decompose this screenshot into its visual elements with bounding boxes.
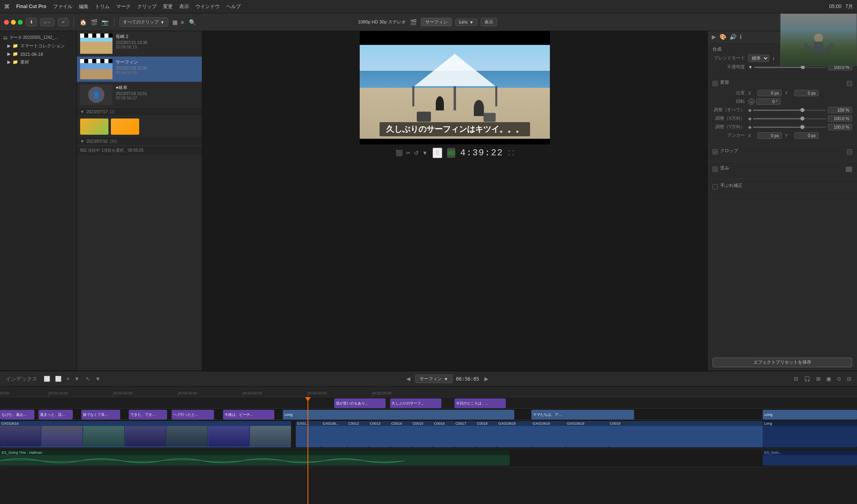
- color-props-icon[interactable]: 🎨: [719, 34, 726, 40]
- scale-y-slider[interactable]: [753, 127, 826, 128]
- list-view-icon[interactable]: ≡: [180, 18, 185, 26]
- check-btn[interactable]: ✓: [58, 18, 69, 26]
- vc-long-end[interactable]: Long: [763, 421, 857, 447]
- scale-x-value[interactable]: 100.0 %: [828, 115, 852, 122]
- tl-prev-icon[interactable]: ◀: [405, 375, 412, 383]
- maximize-btn[interactable]: [18, 20, 23, 25]
- sub-2[interactable]: 旅でなくて良...: [81, 410, 120, 419]
- tl-headphones-icon[interactable]: 🎧: [802, 375, 812, 383]
- library-item-2021[interactable]: ▶ 📁 2021-06-18: [0, 50, 76, 58]
- audio-props-icon[interactable]: 🔊: [730, 34, 736, 40]
- clip-item-gifu[interactable]: 👤 ●岐阜 2023/07/18 15:51 00:06:56:07: [77, 82, 202, 108]
- tl-color-icon[interactable]: ▣: [825, 375, 833, 383]
- tl-end-icon[interactable]: ⊟: [845, 375, 853, 383]
- info-props-icon[interactable]: ℹ: [740, 34, 742, 40]
- tl-snap-icon[interactable]: ⊟: [792, 375, 800, 383]
- library-item-smart[interactable]: ▶ 📁 スマートコレクション: [0, 42, 76, 50]
- thumb-0717-1[interactable]: [80, 119, 108, 135]
- vc-gx010618a[interactable]: GX010618: [497, 421, 531, 447]
- sub-long[interactable]: Long: [283, 410, 514, 419]
- clip-item-surfing[interactable]: サーフィン 2023/07/18 15:36 00:06:56:05: [77, 57, 202, 82]
- thumb-0717-2[interactable]: [111, 119, 139, 135]
- in-point-icon[interactable]: ⬛: [396, 150, 403, 156]
- zoom-control[interactable]: 54% ▼: [455, 19, 477, 26]
- crop-checkbox[interactable]: [713, 149, 718, 155]
- vc-c0013[interactable]: C0013: [369, 421, 390, 447]
- distort-checkbox[interactable]: [713, 167, 718, 172]
- lib-icon-3[interactable]: 📷: [101, 18, 109, 26]
- vc-c0012[interactable]: C0012: [347, 421, 369, 447]
- vc-gx010616[interactable]: GX010616: [0, 421, 291, 447]
- audio-clip-main[interactable]: ES_Doing This - Hallman: [0, 450, 510, 466]
- menu-trim[interactable]: トリム: [95, 3, 110, 10]
- opacity-slider[interactable]: [754, 67, 826, 68]
- vc-gx010618b[interactable]: GX010618: [531, 421, 566, 447]
- chevron-down-transport[interactable]: ▼: [422, 150, 428, 156]
- sub-clip-warai[interactable]: 混が笑いのもあり...: [334, 398, 386, 408]
- menu-edit[interactable]: 編集: [79, 3, 89, 10]
- rotation-value[interactable]: 0 °: [756, 98, 781, 105]
- grid-view-icon[interactable]: ▦: [172, 18, 178, 26]
- trim-icon[interactable]: ✂: [406, 150, 411, 156]
- stabilize-checkbox[interactable]: [713, 184, 718, 189]
- import-btn[interactable]: ⬇: [26, 18, 37, 26]
- sub-0[interactable]: なげた、最止...: [0, 410, 34, 419]
- select-chevron-icon[interactable]: ▼: [93, 375, 102, 383]
- lib-icon-2[interactable]: 🎬: [90, 18, 98, 26]
- vc-c0014[interactable]: C0014: [390, 421, 412, 447]
- sub-long2[interactable]: Long: [763, 410, 857, 419]
- play-pause-btn[interactable]: ⏸: [433, 148, 442, 158]
- save-preset-btn[interactable]: エフェクトプリセットを保存: [713, 358, 852, 367]
- sub-5[interactable]: 今後は、ビーチ...: [223, 410, 274, 419]
- audio-clip-end[interactable]: ES_Doin...: [763, 450, 857, 466]
- sub-1[interactable]: 逃きっと、設...: [38, 410, 73, 419]
- vc-c0018[interactable]: C0018: [475, 421, 497, 447]
- scale-x-slider[interactable]: [753, 118, 826, 119]
- menu-clip[interactable]: クリップ: [137, 3, 157, 10]
- vc-gx0106-sm[interactable]: GX0106...: [321, 421, 347, 447]
- tl-split-icon[interactable]: ⊠: [815, 375, 822, 383]
- transform-reset-btn[interactable]: [847, 81, 852, 86]
- view-btn[interactable]: 表示: [481, 18, 497, 26]
- playhead[interactable]: [308, 397, 308, 504]
- video-props-icon[interactable]: ▶: [712, 34, 716, 40]
- library-item-sozai[interactable]: ▶ 📁 素材: [0, 58, 76, 66]
- sub-3[interactable]: できた、でき...: [129, 410, 167, 419]
- clip-filter-btn[interactable]: すべてのクリップ ▼: [119, 17, 168, 27]
- crop-reset-btn[interactable]: [847, 149, 852, 155]
- tl-chevron-icon[interactable]: ▼: [73, 375, 81, 383]
- menu-help[interactable]: ヘルプ: [226, 3, 241, 10]
- vc-gx010619[interactable]: GX010619: [566, 421, 609, 447]
- tl-tool-2[interactable]: ⬜: [53, 375, 63, 383]
- sub-clip-kyou[interactable]: 今日のところは、...: [454, 398, 506, 408]
- menu-view[interactable]: 表示: [179, 3, 189, 10]
- sub-4[interactable]: ヘグ行ったと...: [172, 410, 214, 419]
- index-label[interactable]: インデックス: [4, 375, 39, 383]
- position-y-value[interactable]: 0 px: [794, 90, 819, 96]
- app-name[interactable]: Final Cut Pro: [16, 4, 47, 9]
- menu-mark[interactable]: マーク: [116, 3, 131, 10]
- scale-y-value[interactable]: 100.0 %: [828, 124, 852, 130]
- menu-change[interactable]: 変更: [163, 3, 173, 10]
- vc-gx01-sm1[interactable]: GX01...: [296, 421, 322, 447]
- vc-c0019[interactable]: C0019: [609, 421, 763, 447]
- tl-next-icon[interactable]: ▶: [483, 375, 490, 383]
- menu-window[interactable]: ウインドウ: [195, 3, 220, 10]
- library-item-data[interactable]: 🗂 データ 20220301_1242_...: [0, 34, 76, 42]
- search-icon[interactable]: 🔍: [188, 18, 197, 26]
- menu-file[interactable]: ファイル: [53, 3, 72, 10]
- tl-record-icon[interactable]: ⊙: [835, 375, 843, 383]
- scale-all-value[interactable]: 100 %: [828, 107, 852, 113]
- vc-c0015[interactable]: C0015: [412, 421, 433, 447]
- tl-tool-1[interactable]: ⬜: [42, 375, 52, 383]
- sub-mama[interactable]: ママたちは、ア...: [531, 410, 634, 419]
- minimize-btn[interactable]: [11, 20, 16, 25]
- select-tool-icon[interactable]: ↖: [84, 375, 92, 383]
- sub-clip-hisashiburi[interactable]: 久しぶりのサーフ...: [390, 398, 441, 408]
- tl-tool-3[interactable]: ≡: [65, 375, 71, 383]
- scale-all-slider[interactable]: [753, 110, 826, 111]
- rotation-dial[interactable]: [748, 98, 755, 105]
- anchor-y-value[interactable]: 0 px: [794, 132, 819, 139]
- anchor-x-value[interactable]: 0 px: [757, 132, 782, 139]
- blend-mode-select[interactable]: 標準: [748, 55, 769, 62]
